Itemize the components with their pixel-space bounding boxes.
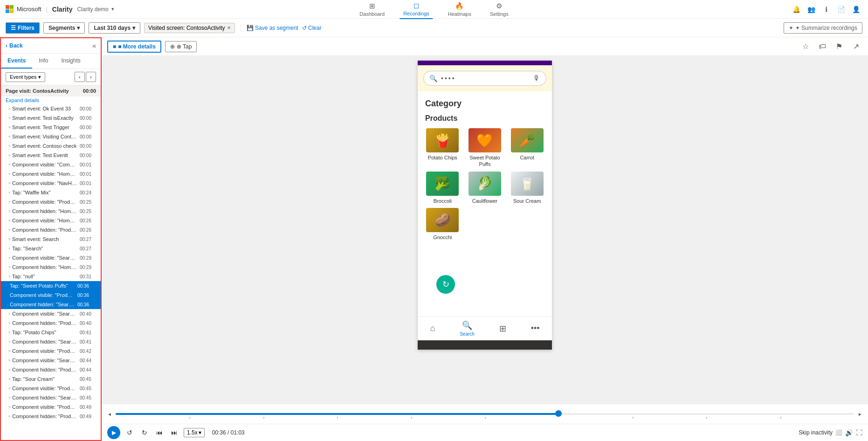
timeline-track[interactable] <box>116 413 854 415</box>
tap-button[interactable]: ⊕ ⊕ Tap <box>165 41 197 52</box>
event-list-item[interactable]: Component visible: "ProductFra..." 00:36 <box>1 290 101 300</box>
mobile-nav-category[interactable]: ⊞ <box>499 324 506 334</box>
event-list-item[interactable]: ▾ Smart event: Visiting ContosoAct... 00… <box>1 132 101 141</box>
event-list-item[interactable]: ▾ Component visible: "HomeFrag..." 00:01 <box>1 169 101 179</box>
event-list-item[interactable]: ▾ Component hidden: "ProductFra..." 00:2… <box>1 225 101 234</box>
back-button[interactable]: ‹ Back <box>6 42 23 49</box>
mobile-nav-home[interactable]: ⌂ <box>430 324 435 333</box>
event-list-item[interactable]: ▾ Smart event: Contoso check 00:00 <box>1 141 101 151</box>
mobile-search-icon: 🔍 <box>429 75 437 82</box>
timeline-thumb[interactable] <box>555 410 562 417</box>
product-item-broccoli[interactable]: 🥦Broccoli <box>423 172 462 204</box>
mobile-refresh-button[interactable]: ↻ <box>436 275 455 294</box>
skip-forward-button[interactable]: ⏭ <box>169 427 180 438</box>
star-button[interactable]: ☆ <box>799 40 812 53</box>
product-item-sour-cream[interactable]: 🥛Sour Cream <box>508 172 546 204</box>
forward-button[interactable]: ↻ <box>139 427 150 438</box>
flag-button[interactable]: ⚑ <box>833 40 846 53</box>
play-button[interactable]: ▶ <box>107 426 120 439</box>
clear-button[interactable]: ↺ Clear <box>302 25 322 31</box>
event-list-item[interactable]: ▾ Component hidden: "ProductFra..." 00:4… <box>1 318 101 328</box>
product-item-cauliflower[interactable]: 🥬Cauliflower <box>466 172 504 204</box>
event-list-item[interactable]: ▾ Tap: "Sour Cream" 00:45 <box>1 374 101 384</box>
visited-tag-close[interactable]: ✕ <box>227 25 231 30</box>
event-list-item[interactable]: ▾ Smart event: Search 00:27 <box>1 234 101 244</box>
event-list-item[interactable]: ▾ Tap: "Potato Chips" 00:41 <box>1 328 101 337</box>
event-list-item[interactable]: ▾ Component hidden: "HomeFrag..." 00:25 <box>1 207 101 216</box>
event-list-item[interactable]: Component hidden: "SearchFra..." 00:36 <box>1 300 101 309</box>
event-list-item[interactable]: ▾ Component hidden: "SearchFrag..." 00:4… <box>1 393 101 402</box>
fullscreen-button[interactable]: ⛶ <box>856 429 862 436</box>
event-name: Component visible: "ProductFrag..." <box>12 386 77 391</box>
speed-button[interactable]: 1.5x ▾ <box>184 428 205 437</box>
more-details-button[interactable]: ■ ■ More details <box>107 41 161 53</box>
event-list-item[interactable]: ▾ Smart event: Ok Event 33 00:00 <box>1 104 101 113</box>
event-list-item[interactable]: ▾ Component visible: "HomeFrag..." 00:26 <box>1 216 101 225</box>
expand-details-link[interactable]: Expand details <box>1 96 101 104</box>
event-list-item[interactable]: ▾ Component visible: "SearchFrag..." 00:… <box>1 356 101 365</box>
tick <box>337 417 338 419</box>
segments-button[interactable]: Segments ▾ <box>43 22 85 34</box>
product-item-potato-chips[interactable]: 🍟Potato Chips <box>423 128 462 168</box>
share-button[interactable]: ↗ <box>849 40 862 53</box>
event-list-item[interactable]: ▾ Component visible: "CommonFr..." 00:01 <box>1 160 101 169</box>
event-list-item[interactable]: ▾ Component visible: "ProductFrag..." 00… <box>1 346 101 356</box>
prev-event-button[interactable]: ‹ <box>75 72 85 82</box>
filters-button[interactable]: ☰ Filters <box>6 22 40 34</box>
event-list-item[interactable]: ▾ Component visible: "ProductFrag..." 00… <box>1 402 101 412</box>
event-list-item[interactable]: ▾ Component visible: "ProductFrag..." 00… <box>1 384 101 393</box>
tab-insights[interactable]: Insights <box>55 54 87 69</box>
visited-tag[interactable]: Visited screen: ContosoActivity ✕ <box>144 23 235 33</box>
event-types-button[interactable]: Event types ▾ <box>6 72 45 82</box>
event-time: 00:25 <box>77 209 91 214</box>
product-item-gnocchi[interactable]: 🥔Gnocchi <box>423 208 462 241</box>
nav-recordings[interactable]: ◻ Recordings <box>400 0 433 19</box>
skip-back-button[interactable]: ⏮ <box>154 427 165 438</box>
event-list-item[interactable]: ▾ Tap: "null" 00:31 <box>1 272 101 281</box>
nav-heatmaps[interactable]: 🔥 Heatmaps <box>444 0 475 19</box>
event-list-item[interactable]: ▾ Tap: "Search" 00:27 <box>1 244 101 253</box>
event-list-item[interactable]: ▾ Component visible: "SearchFrag..." 00:… <box>1 253 101 262</box>
timeline-end: ► <box>858 412 862 417</box>
event-list-item[interactable]: ▾ Component visible: "ProductFrag..." 00… <box>1 197 101 207</box>
product-name-sweet-potato-puffs: Sweet Potato Puffs <box>466 154 504 168</box>
event-list-item[interactable]: ▾ Component hidden: "ProductFra..." 00:4… <box>1 412 101 421</box>
event-list-item[interactable]: ▾ Smart event: Test isExactly 00:00 <box>1 113 101 123</box>
date-button[interactable]: Last 310 days ▾ <box>89 22 140 34</box>
mobile-nav-more[interactable]: ••• <box>531 324 540 333</box>
tab-info[interactable]: Info <box>32 54 55 69</box>
event-list-item[interactable]: Tap: "Sweet Potato Puffs" 00:36 <box>1 281 101 290</box>
nav-dashboard[interactable]: ⊞ Dashboard <box>356 0 388 19</box>
next-event-button[interactable]: › <box>86 72 96 82</box>
document-icon[interactable]: 📄 <box>834 3 847 16</box>
tag-button[interactable]: 🏷 <box>816 40 829 53</box>
collapse-button[interactable]: « <box>92 42 96 49</box>
event-time: 00:00 <box>77 125 91 130</box>
summarize-button[interactable]: ✦ ✦ Summarize recordings <box>784 22 862 34</box>
mobile-search-area: 🔍 •••• 🎙 <box>418 65 552 91</box>
event-list-item[interactable]: ▾ Component hidden: "SearchFrag..." 00:4… <box>1 337 101 346</box>
event-list-item[interactable]: ▾ Component visible: "SearchFrag..." 00:… <box>1 309 101 318</box>
users-icon[interactable]: 👥 <box>805 3 818 16</box>
tab-events[interactable]: Events <box>1 54 32 69</box>
info-icon[interactable]: ℹ <box>820 3 833 16</box>
event-list-item[interactable]: ▾ Tap: "Waffle Mix" 00:24 <box>1 188 101 197</box>
demo-chevron[interactable]: ▾ <box>111 6 114 12</box>
event-list-item[interactable]: ▾ Component hidden: "HomeFrag..." 00:29 <box>1 262 101 272</box>
nav-settings[interactable]: ⚙ Settings <box>486 0 512 19</box>
notifications-icon[interactable]: 🔔 <box>790 3 803 16</box>
save-as-segment-button[interactable]: 💾 Save as segment <box>247 25 298 31</box>
mobile-nav-search[interactable]: 🔍 Search <box>460 320 475 337</box>
event-list-item[interactable]: ▾ Smart event: Test Trigger 00:00 <box>1 123 101 132</box>
product-item-sweet-potato-puffs[interactable]: 🧡Sweet Potato Puffs <box>466 128 504 168</box>
replay-button[interactable]: ↺ <box>124 427 135 438</box>
skip-inactivity-toggle[interactable]: ⬜ <box>835 429 842 436</box>
event-list-item[interactable]: ▾ Component hidden: "ProductFra..." 00:4… <box>1 365 101 374</box>
account-icon[interactable]: 👤 <box>849 3 862 16</box>
event-list-item[interactable]: ▾ Smart event: Test Eventt 00:00 <box>1 151 101 160</box>
event-list-item[interactable]: ▾ Component visible: "NavHostFra..." 00:… <box>1 179 101 188</box>
speed-chevron: ▾ <box>199 429 201 436</box>
product-item-carrot[interactable]: 🥕Carrot <box>508 128 546 168</box>
event-name: Smart event: Visiting ContosoAct... <box>12 134 77 139</box>
volume-button[interactable]: 🔊 <box>845 429 853 436</box>
